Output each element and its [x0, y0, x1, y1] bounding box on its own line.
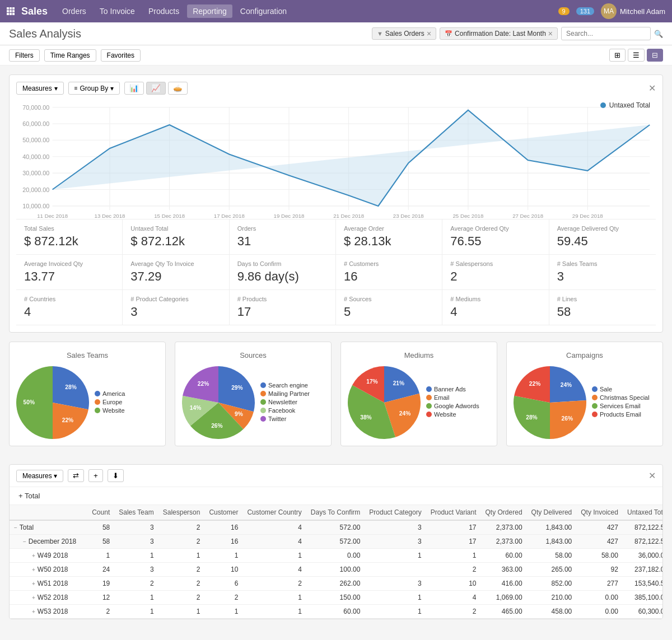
search-input[interactable] [561, 27, 651, 40]
group-by-button[interactable]: ≡ Group By ▾ [68, 82, 120, 95]
table-row: +W51 2018192262262.00310416.00852.002771… [10, 577, 662, 591]
table-panel: Measures ▾ ⇄ + ⬇ ✕ + Total CountSales Te… [9, 464, 663, 619]
pie-legend-item: America [95, 390, 125, 397]
stat-item: # Mediums4 [442, 290, 549, 325]
notification-badge[interactable]: 9 [558, 7, 570, 15]
favorites-button[interactable]: Favorites [101, 49, 141, 62]
svg-text:28%: 28% [65, 384, 76, 390]
stat-value: 3 [557, 269, 648, 284]
pie-legend: Sale Christmas Special Services Email Pr… [592, 386, 650, 419]
measures-button[interactable]: Measures ▾ [16, 82, 64, 95]
table-cell: 60,300.00 [623, 605, 662, 619]
table-cell: 0.00 [576, 591, 623, 605]
pie-legend-label: Website [102, 407, 125, 414]
stat-value: 4 [450, 305, 540, 319]
svg-text:19 Dec 2018: 19 Dec 2018 [274, 213, 305, 219]
table-cell: 36,000.00 [623, 549, 662, 563]
table-columns-btn[interactable]: ⇄ [68, 469, 84, 482]
data-table: CountSales TeamSalespersonCustomerCustom… [10, 505, 662, 619]
user-menu[interactable]: MA Mitchell Adam [601, 3, 665, 19]
chart-svg: 10,000.00 20,000.00 30,000.00 40,000.00 … [16, 101, 656, 219]
table-cell: 150.00 [306, 591, 365, 605]
bar-chart-btn[interactable]: 📊 [124, 82, 144, 95]
pie-chart-btn[interactable]: 🥧 [168, 82, 188, 95]
stat-value: 4 [24, 305, 114, 319]
stat-label: Average Ordered Qty [450, 225, 540, 232]
filters-button[interactable]: Filters [9, 49, 40, 62]
table-cell: 3 [365, 577, 426, 591]
pie-legend-item: Facebook [260, 407, 310, 414]
expand-icon[interactable]: + [32, 567, 35, 573]
expand-icon[interactable]: + [32, 609, 35, 615]
svg-text:24%: 24% [399, 410, 410, 417]
svg-text:30,000.00: 30,000.00 [22, 170, 49, 176]
nav-reporting[interactable]: Reporting [187, 4, 232, 18]
table-close-btn[interactable]: ✕ [648, 470, 656, 481]
table-cell: 58.00 [527, 549, 577, 563]
svg-text:20,000.00: 20,000.00 [22, 186, 49, 193]
stat-value: $ 28.13k [344, 234, 434, 249]
pie-chart-panel: Sources 29%9%26%14%22% Search engine Mai… [175, 342, 332, 446]
row-label: −December 2018 [10, 535, 81, 549]
pie-legend-dot [426, 412, 432, 417]
message-badge[interactable]: 131 [576, 7, 594, 15]
filter-row: Filters Time Ranges Favorites ⊞ ☰ ⊟ [0, 45, 672, 66]
table-cell [365, 563, 426, 577]
pie-legend-item: Europe [95, 399, 125, 405]
svg-text:24%: 24% [561, 382, 572, 388]
nav-configuration[interactable]: Configuration [235, 4, 292, 18]
table-cell: 60.00 [481, 549, 527, 563]
expand-icon[interactable]: − [23, 539, 26, 545]
table-download-btn[interactable]: ⬇ [108, 469, 124, 482]
legend-label: Untaxed Total [609, 101, 650, 109]
view-buttons: ⊞ ☰ ⊟ [609, 49, 663, 62]
stat-item: Average Qty To Invoice37.29 [123, 255, 229, 290]
pie-legend-item: Website [95, 407, 125, 414]
remove-filter-date[interactable]: × [548, 29, 553, 38]
nav-to-invoice[interactable]: To Invoice [94, 4, 141, 18]
nav-orders[interactable]: Orders [57, 4, 92, 18]
pie-legend-dot [592, 403, 598, 409]
table-cell: 19 [81, 577, 114, 591]
stat-value: 13.77 [24, 269, 114, 284]
search-area: ▼ Sales Orders × 📅 Confirmation Date: La… [372, 27, 663, 40]
table-cell: 100.00 [306, 563, 365, 577]
table-cell: 1 [242, 591, 306, 605]
table-cell: 2 [81, 605, 114, 619]
app-brand[interactable]: Sales [7, 6, 48, 17]
expand-icon[interactable]: + [32, 581, 35, 587]
filter-tag-date-label: Confirmation Date: Last Month [455, 30, 546, 38]
th-label [10, 505, 81, 520]
svg-text:50,000.00: 50,000.00 [22, 137, 49, 144]
svg-text:23 Dec 2018: 23 Dec 2018 [393, 213, 424, 219]
expand-icon[interactable]: + [32, 553, 35, 559]
table-add-btn[interactable]: + [88, 469, 103, 482]
stat-value: 37.29 [130, 269, 221, 284]
table-scroll-container[interactable]: CountSales TeamSalespersonCustomerCustom… [10, 505, 662, 619]
stat-label: # Countries [24, 296, 114, 302]
stat-value: 5 [344, 305, 434, 319]
remove-filter-sales-orders[interactable]: × [427, 29, 431, 38]
expand-icon[interactable]: + [32, 595, 35, 601]
line-chart-btn[interactable]: 📈 [146, 82, 166, 95]
nav-products[interactable]: Products [143, 4, 185, 18]
table-cell: 3 [114, 563, 158, 577]
stat-value: 58 [557, 305, 648, 319]
table-cell: 2 [158, 535, 205, 549]
svg-text:9%: 9% [235, 411, 243, 417]
time-ranges-button[interactable]: Time Ranges [44, 49, 96, 62]
pivot-view-btn[interactable]: ⊟ [647, 49, 663, 62]
chart-close-btn[interactable]: ✕ [648, 83, 656, 94]
table-cell: 1,843.00 [527, 535, 577, 549]
list-view-btn[interactable]: ☰ [628, 49, 645, 62]
pie-legend-item: Services Email [592, 403, 650, 409]
row-label: −Total [10, 520, 81, 535]
pie-legend-label: America [102, 390, 125, 397]
stat-label: # Mediums [450, 296, 540, 302]
expand-icon[interactable]: − [14, 525, 17, 531]
kanban-view-btn[interactable]: ⊞ [609, 49, 626, 62]
table-measures-button[interactable]: Measures ▾ [16, 470, 63, 482]
pie-section: Sales Teams 28%22%50% America Europe Web… [9, 342, 663, 446]
svg-text:60,000.00: 60,000.00 [22, 120, 49, 127]
search-icon[interactable]: 🔍 [654, 30, 663, 38]
